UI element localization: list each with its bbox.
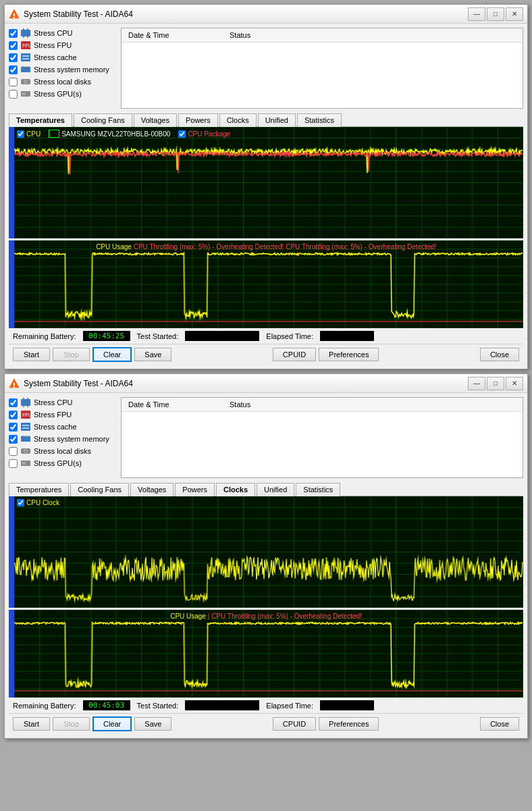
svg-rect-29 [27,406,28,407]
tab-statistics-1[interactable]: Statistics [297,113,342,127]
log-col-date-1: Date & Time [126,30,227,41]
toolbar-1: Start Stop Clear Save CPUID Preferences … [9,344,523,365]
clock-graph-canvas-2 [14,496,523,608]
tab-temperatures-1[interactable]: Temperatures [9,113,72,127]
checkbox-cache-2[interactable] [9,423,18,431]
log-col-date-2: Date & Time [126,399,227,410]
usage-graph-canvas-1 [14,240,523,328]
minimize-button-1[interactable]: — [468,7,485,21]
stress-cache-label-2: Stress cache [34,423,77,431]
checkbox-memory-1[interactable] [9,66,18,74]
checkbox-disks-1[interactable] [9,78,18,86]
tab-unified-2[interactable]: Unified [257,483,294,496]
legend-cpu-1: CPU [17,130,41,138]
stress-disks-label-2: Stress local disks [34,447,91,455]
svg-rect-21 [22,93,26,95]
checkbox-cache-1[interactable] [9,53,18,62]
throttle-label-1: CPU Throttling (max: 5%) - Overheating D… [134,243,284,251]
tab-voltages-1[interactable]: Voltages [134,113,177,127]
close-button-1[interactable]: Close [480,348,519,361]
checkbox-memory-2[interactable] [9,435,18,444]
minimize-button-2[interactable]: — [468,377,485,390]
memory-icon-2 [20,434,31,444]
clear-button-1[interactable]: Clear [92,347,132,362]
svg-rect-34 [22,427,29,429]
start-button-1[interactable]: Start [13,348,50,361]
disks-icon-2 [20,446,31,456]
remaining-battery-value-1: 00:45:25 [83,331,130,341]
svg-rect-7 [27,36,28,38]
legend-clock-checkbox-2[interactable] [17,499,24,506]
memory-icon-1 [20,64,31,75]
fpu-icon-1: FPU [20,40,31,51]
checkbox-fpu-2[interactable] [9,411,18,419]
tab-cooling-fans-2[interactable]: Cooling Fans [70,483,129,496]
stress-cpu-label-1: Stress CPU [34,29,72,37]
legend-pkg-1: CPU Package [178,130,230,138]
checkbox-cpu-1[interactable] [9,29,18,38]
window-content-2: Stress CPU FPU Stress FPU Stress cache [5,393,527,738]
close-window-button-2[interactable]: ✕ [506,377,523,390]
remaining-battery-label-1: Remaining Battery: [13,332,76,340]
preferences-button-2[interactable]: Preferences [319,717,379,731]
log-header-2: Date & Time Status [122,398,523,412]
checkbox-gpu-1[interactable] [9,90,18,99]
tab-clocks-1[interactable]: Clocks [219,113,257,127]
stress-item-disks-1: Stress local disks [9,76,117,87]
svg-rect-35 [21,436,30,442]
clear-button-2[interactable]: Clear [92,716,132,731]
stop-button-2[interactable]: Stop [53,717,90,731]
stress-memory-label-1: Stress system memory [34,66,109,74]
stress-item-cache-2: Stress cache [9,421,117,432]
stress-tests-2: Stress CPU FPU Stress FPU Stress cache [9,397,117,478]
tab-clocks-2[interactable]: Clocks [216,483,255,496]
save-button-2[interactable]: Save [134,717,171,731]
log-panel-2: Date & Time Status [121,397,523,478]
tab-voltages-2[interactable]: Voltages [130,483,174,496]
checkbox-cpu-2[interactable] [9,398,18,407]
checkbox-gpu-2[interactable] [9,459,18,468]
usage-graph-canvas-2 [14,610,523,698]
svg-text:FPU: FPU [22,43,31,48]
legend-pkg-checkbox-1[interactable] [178,130,186,138]
close-window-button-1[interactable]: ✕ [506,7,523,21]
cpu-usage-label-2: CPU Usage [170,612,206,620]
legend-cpu-label-1: CPU [26,130,41,138]
legend-cpu-checkbox-1[interactable] [17,130,24,138]
svg-rect-33 [22,425,29,426]
start-button-2[interactable]: Start [13,717,50,731]
window-1: System Stability Test - AIDA64 — □ ✕ Str… [4,4,528,369]
stress-tests-1: Stress CPU FPU Stress FPU Stress cache [9,28,117,109]
tab-temperatures-2[interactable]: Temperatures [9,483,69,496]
usage-graph-wrapper-2: CPU Usage | CPU Throttling (max: 5%) - O… [9,610,523,698]
legend-samsung-label-1: SAMSUNG MZVL22T0HBLB-00B00 [61,130,170,138]
svg-rect-13 [21,67,30,72]
preferences-button-1[interactable]: Preferences [319,348,379,361]
checkbox-fpu-1[interactable] [9,41,18,50]
tab-unified-1[interactable]: Unified [258,113,296,127]
svg-rect-4 [23,28,24,30]
cpuid-button-2[interactable]: CPUID [273,717,316,731]
tab-cooling-fans-1[interactable]: Cooling Fans [74,113,132,127]
test-started-label-2: Test Started: [137,702,179,710]
top-section-1: Stress CPU FPU Stress FPU Stress cache [9,28,523,109]
disks-icon-1 [20,76,31,87]
svg-rect-26 [23,398,24,399]
cpuid-button-1[interactable]: CPUID [273,348,316,361]
maximize-button-1[interactable]: □ [487,7,504,21]
svg-point-41 [25,450,26,452]
stop-button-1[interactable]: Stop [53,348,90,361]
svg-rect-32 [21,423,30,431]
remaining-battery-value-2: 00:45:03 [83,700,130,710]
svg-rect-37 [25,436,26,437]
maximize-button-2[interactable]: □ [487,377,504,390]
checkbox-disks-2[interactable] [9,447,18,456]
tab-powers-2[interactable]: Powers [175,483,215,496]
tab-statistics-2[interactable]: Statistics [296,483,340,496]
save-button-1[interactable]: Save [134,348,171,361]
stress-item-cpu-2: Stress CPU [9,397,117,408]
log-header-1: Date & Time Status [122,28,523,43]
close-button-2[interactable]: Close [480,717,519,731]
title-bar-2: System Stability Test - AIDA64 — □ ✕ [5,374,527,393]
tab-powers-1[interactable]: Powers [178,113,218,127]
